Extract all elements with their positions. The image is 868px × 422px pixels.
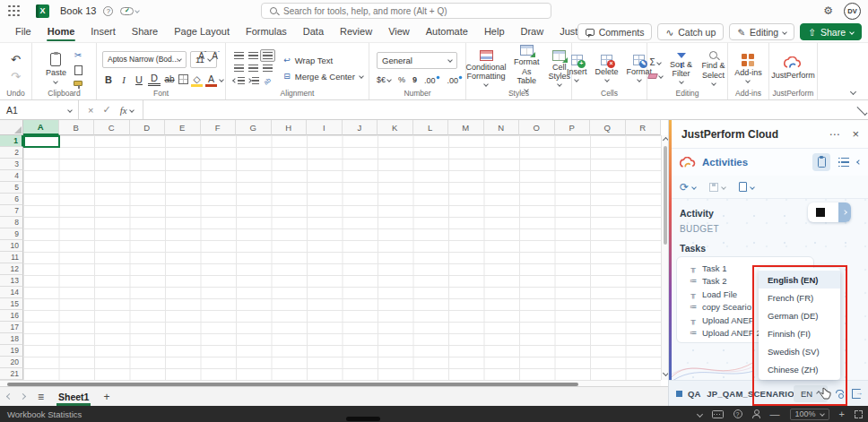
strikethrough-icon[interactable]: ab [163, 74, 176, 84]
row-header[interactable]: 17 [0, 322, 23, 333]
bold-icon[interactable]: B [102, 74, 115, 85]
align-right-icon[interactable] [263, 65, 273, 72]
cancel-icon[interactable]: × [88, 105, 93, 116]
activity-board-button[interactable] [812, 153, 830, 171]
row-header[interactable]: 14 [0, 287, 23, 298]
decrease-indent-icon[interactable] [233, 77, 245, 84]
column-header[interactable]: L [413, 120, 449, 135]
delete-cells-button[interactable]: × Delete [595, 55, 619, 82]
gear-icon[interactable]: ⚙ [823, 4, 833, 17]
app-launcher-icon[interactable] [8, 5, 20, 17]
addins-button[interactable]: Add-ins [734, 54, 762, 82]
excel-logo-icon[interactable]: X [36, 4, 49, 18]
column-header[interactable]: M [448, 120, 484, 135]
column-header[interactable]: H [272, 120, 308, 135]
collapse-ribbon-icon[interactable] [850, 89, 856, 95]
refresh-button[interactable]: ⟳ [680, 182, 696, 193]
row-header[interactable]: 3 [0, 159, 23, 170]
format-painter-icon[interactable] [74, 81, 82, 86]
number-format-select[interactable]: General [377, 52, 457, 69]
row-header[interactable]: 21 [0, 368, 23, 380]
expand-formula-bar-icon[interactable] [856, 104, 867, 115]
underline-icon[interactable]: U [133, 74, 145, 85]
row-header[interactable]: 10 [0, 240, 23, 252]
formula-input[interactable] [143, 100, 856, 119]
row-header[interactable]: 20 [0, 357, 23, 368]
language-option[interactable]: Swedish (SV) [759, 342, 840, 360]
increase-decimal-icon[interactable]: .00 [424, 75, 440, 85]
autosum-button[interactable]: Σ [649, 57, 660, 67]
fullscreen-icon[interactable] [855, 410, 863, 418]
redo-icon[interactable]: ↷ [11, 70, 21, 83]
column-header[interactable]: C [94, 120, 130, 135]
ribbon-tab[interactable]: Draw [513, 22, 552, 41]
accounting-format-icon[interactable]: $€ [377, 75, 391, 84]
align-bottom-icon[interactable] [260, 49, 275, 62]
format-as-table-button[interactable]: Format As Table [511, 45, 542, 90]
share-button[interactable]: ⇧ Share [800, 23, 862, 40]
column-header[interactable]: R [626, 120, 662, 135]
grow-font-icon[interactable]: Aˆ [198, 50, 206, 61]
search-input[interactable]: Search for tools, help, and more (Alt + … [261, 3, 551, 19]
editing-mode-button[interactable]: ✎ Editing [729, 23, 794, 40]
column-header[interactable]: G [236, 120, 272, 135]
column-header[interactable]: P [555, 120, 591, 135]
font-name-select[interactable]: Aptos Narrow (Bod... [102, 51, 187, 68]
justperform-button[interactable]: JustPerform [771, 56, 815, 80]
language-option[interactable]: English (EN) [759, 271, 840, 289]
ribbon-tab[interactable]: Automate [418, 22, 476, 41]
workbook-statistics-button[interactable]: Workbook Statistics [0, 409, 82, 419]
avatar[interactable]: DV [844, 3, 861, 20]
shrink-font-icon[interactable]: Aˇ [212, 50, 220, 61]
font-color-icon[interactable]: A [205, 74, 217, 84]
sheet-tab-sheet1[interactable]: Sheet1 [56, 389, 91, 405]
column-header[interactable]: N [484, 120, 520, 135]
clear-button[interactable] [648, 73, 663, 79]
column-header[interactable]: I [307, 120, 343, 135]
ribbon-tab[interactable]: Data [295, 22, 332, 41]
chevron-down-icon[interactable] [219, 77, 224, 82]
row-header[interactable]: 2 [0, 147, 23, 159]
align-middle-icon[interactable] [248, 52, 258, 59]
percent-style-icon[interactable]: % [398, 75, 405, 84]
help-status-icon[interactable]: ? [733, 409, 742, 418]
column-header[interactable]: E [165, 120, 201, 135]
vertical-scroll-thumb[interactable] [664, 146, 667, 245]
language-option[interactable]: Finnish (FI) [759, 324, 840, 342]
insert-function-button[interactable]: fx [120, 105, 134, 116]
increase-indent-icon[interactable] [247, 77, 259, 84]
zoom-in-button[interactable]: + [839, 409, 845, 419]
status-chevron-icon[interactable] [696, 410, 702, 417]
language-option[interactable]: German (DE) [759, 306, 840, 324]
ribbon-tab[interactable]: Formulas [238, 22, 295, 41]
merge-center-button[interactable]: ⊟ Merge & Center [283, 72, 363, 82]
row-header[interactable]: 1 [0, 135, 23, 147]
double-underline-icon[interactable]: D [148, 73, 161, 86]
copy-icon[interactable] [74, 65, 82, 75]
find-select-button[interactable]: Find & Select [700, 51, 727, 85]
vertical-scrollbar[interactable] [661, 135, 668, 380]
italic-icon[interactable]: I [117, 74, 130, 85]
column-header[interactable]: F [201, 120, 237, 135]
column-header[interactable]: B [59, 120, 95, 135]
ribbon-tab[interactable]: Insert [82, 22, 124, 41]
comments-button[interactable]: Comments [577, 23, 653, 40]
align-top-icon[interactable] [234, 52, 244, 59]
cut-icon[interactable]: ✂ [74, 50, 82, 60]
row-header[interactable]: 19 [0, 345, 23, 357]
autosave-cloud-icon[interactable]: ✓ [120, 7, 134, 15]
ribbon-tab[interactable]: Review [332, 22, 380, 41]
column-header[interactable]: A [23, 120, 59, 135]
column-header[interactable]: Q [590, 120, 626, 135]
row-header[interactable]: 11 [0, 252, 23, 263]
row-header[interactable]: 8 [0, 217, 23, 228]
zoom-out-button[interactable]: — [770, 409, 780, 419]
next-sheet-icon[interactable] [20, 393, 26, 400]
insert-cells-button[interactable]: + Insert [567, 55, 587, 82]
row-header[interactable]: 9 [0, 228, 23, 240]
row-header[interactable]: 4 [0, 170, 23, 182]
zoom-level-select[interactable]: 100% [790, 409, 829, 420]
wrap-text-button[interactable]: ↩ Wrap Text [283, 56, 333, 65]
cell-area[interactable] [23, 135, 661, 380]
task-list-icon[interactable] [838, 158, 849, 167]
